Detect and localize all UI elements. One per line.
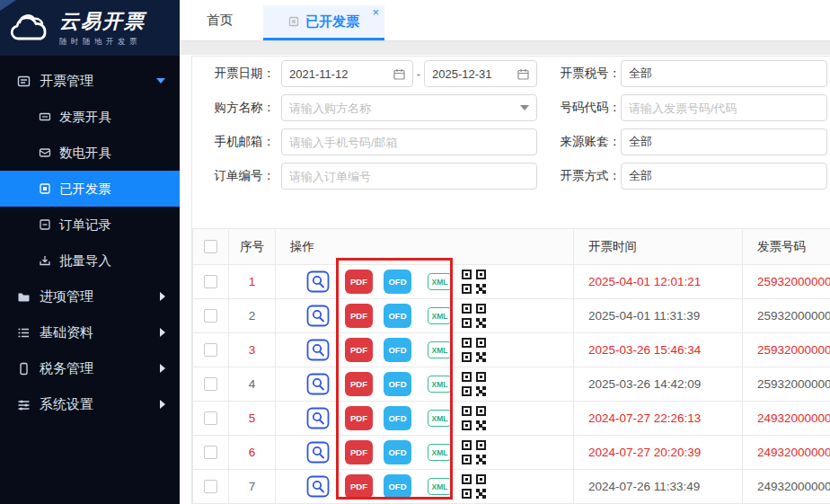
ofd-button[interactable]: OFD xyxy=(384,474,411,499)
preview-button[interactable] xyxy=(306,441,330,464)
qr-code-icon[interactable] xyxy=(461,405,487,431)
preview-button[interactable] xyxy=(306,339,330,361)
preview-icon[interactable] xyxy=(306,373,330,395)
ofd-button[interactable]: OFD xyxy=(384,304,411,328)
qr-code-icon[interactable] xyxy=(461,371,487,397)
pdf-button[interactable]: PDF xyxy=(345,440,373,464)
pdf-button[interactable]: PDF xyxy=(345,372,373,396)
tax-no-select[interactable] xyxy=(621,60,827,87)
qr-code-button[interactable] xyxy=(461,371,487,397)
preview-button[interactable] xyxy=(306,407,330,429)
order-no-field[interactable] xyxy=(281,163,537,190)
xml-button[interactable]: XML xyxy=(428,307,452,324)
sidebar-item-tax-management[interactable]: 税务管理 xyxy=(0,350,180,386)
ofd-button[interactable]: OFD xyxy=(384,372,411,396)
source-account-value[interactable] xyxy=(629,136,819,149)
calendar-icon[interactable] xyxy=(517,68,529,80)
preview-icon[interactable] xyxy=(306,270,330,293)
pdf-button[interactable]: PDF xyxy=(345,338,373,362)
sidebar-item-invoice-management[interactable]: 开票管理 xyxy=(0,63,180,99)
chevron-down-icon[interactable] xyxy=(520,105,529,111)
qr-code-button[interactable] xyxy=(461,473,487,500)
preview-button[interactable] xyxy=(306,305,330,327)
source-account-select[interactable] xyxy=(621,128,827,155)
invoice-issue-icon xyxy=(38,110,52,124)
row-checkbox[interactable] xyxy=(204,377,217,391)
date-from-field[interactable] xyxy=(281,60,413,87)
invoice-time-cell: 2024-07-27 20:20:39 xyxy=(574,436,743,470)
xml-button[interactable]: XML xyxy=(428,410,452,427)
qr-code-button[interactable] xyxy=(461,269,487,295)
xml-button[interactable]: XML xyxy=(428,341,452,358)
xml-button[interactable]: XML xyxy=(428,376,452,393)
pdf-button[interactable]: PDF xyxy=(345,474,373,499)
sidebar-item-digital-invoice[interactable]: 数电开具 xyxy=(0,135,180,171)
pdf-button[interactable]: PDF xyxy=(345,304,373,328)
preview-button[interactable] xyxy=(306,270,330,293)
date-from-input[interactable] xyxy=(289,67,390,81)
xml-button[interactable]: XML xyxy=(428,478,452,495)
pdf-button[interactable]: PDF xyxy=(345,406,373,430)
tab-home[interactable]: 首页 xyxy=(192,0,247,40)
phone-email-field[interactable] xyxy=(281,128,537,155)
preview-icon[interactable] xyxy=(306,441,330,464)
number-code-field[interactable] xyxy=(621,94,827,121)
number-code-input[interactable] xyxy=(629,102,819,115)
row-checkbox[interactable] xyxy=(204,309,217,323)
sidebar-item-issued-invoices[interactable]: 已开发票 xyxy=(0,171,180,207)
qr-code-button[interactable] xyxy=(461,337,487,363)
row-checkbox[interactable] xyxy=(204,446,217,459)
operation-cell: PDFOFDXML xyxy=(276,439,573,465)
xml-button[interactable]: XML xyxy=(428,444,452,461)
phone-email-input[interactable] xyxy=(289,136,529,149)
ofd-button[interactable]: OFD xyxy=(384,338,411,362)
table-row: 7PDFOFDXML2024-07-26 11:33:4924932000000 xyxy=(193,470,830,504)
preview-button[interactable] xyxy=(306,373,330,395)
pdf-button[interactable]: PDF xyxy=(345,270,373,294)
qr-code-icon[interactable] xyxy=(461,337,487,363)
qr-code-button[interactable] xyxy=(461,303,487,329)
qr-code-icon[interactable] xyxy=(461,303,487,329)
sidebar-item-batch-import[interactable]: 批量导入 xyxy=(0,243,180,279)
preview-button[interactable] xyxy=(306,475,330,498)
ofd-button[interactable]: OFD xyxy=(384,406,411,430)
invoice-method-select[interactable] xyxy=(621,163,827,190)
sidebar-item-basic-data[interactable]: 基础资料 xyxy=(0,314,180,350)
ofd-button[interactable]: OFD xyxy=(384,270,411,294)
close-icon[interactable]: × xyxy=(372,6,379,18)
select-all-checkbox[interactable] xyxy=(204,240,217,253)
preview-icon[interactable] xyxy=(306,305,330,327)
order-no-input[interactable] xyxy=(289,170,529,183)
preview-icon[interactable] xyxy=(306,339,330,361)
qr-code-icon[interactable] xyxy=(461,473,487,500)
order-no-label: 订单编号： xyxy=(192,168,275,184)
sidebar-item-invoice-issue[interactable]: 发票开具 xyxy=(0,99,180,135)
sidebar-item-system-settings[interactable]: 系统设置 xyxy=(0,386,180,422)
tax-no-value[interactable] xyxy=(629,67,819,81)
buyer-name-label: 购方名称： xyxy=(192,100,275,116)
buyer-name-input[interactable] xyxy=(289,102,517,115)
invoice-number-cell: 24932000000 xyxy=(743,470,830,504)
date-to-field[interactable] xyxy=(424,60,537,87)
qr-code-icon[interactable] xyxy=(461,439,487,465)
qr-code-button[interactable] xyxy=(461,439,487,465)
date-to-input[interactable] xyxy=(432,67,514,81)
invoice-method-value[interactable] xyxy=(629,170,819,183)
header-serial: 序号 xyxy=(229,229,276,265)
sidebar-item-order-records[interactable]: 订单记录 xyxy=(0,207,180,243)
buyer-name-field[interactable] xyxy=(281,94,537,121)
xml-button[interactable]: XML xyxy=(428,273,452,290)
qr-code-icon[interactable] xyxy=(461,269,487,295)
row-checkbox[interactable] xyxy=(204,343,217,357)
row-checkbox[interactable] xyxy=(204,275,217,288)
row-checkbox[interactable] xyxy=(204,411,217,425)
preview-icon[interactable] xyxy=(306,407,330,429)
row-checkbox[interactable] xyxy=(204,480,217,493)
sidebar-item-label: 数电开具 xyxy=(59,145,111,162)
tab-issued-invoices[interactable]: 已开发票 × xyxy=(263,5,384,40)
sidebar-item-input-management[interactable]: 进项管理 xyxy=(0,279,180,314)
calendar-icon[interactable] xyxy=(393,68,405,80)
ofd-button[interactable]: OFD xyxy=(384,440,411,464)
qr-code-button[interactable] xyxy=(461,405,487,431)
preview-icon[interactable] xyxy=(306,475,330,498)
